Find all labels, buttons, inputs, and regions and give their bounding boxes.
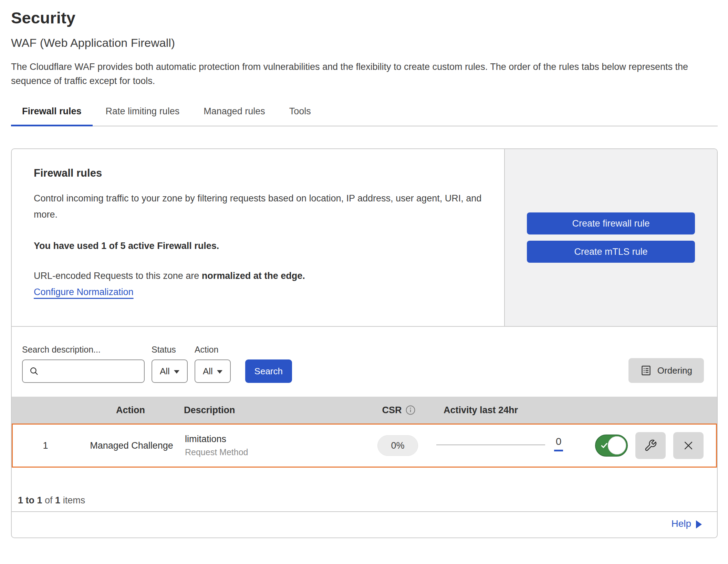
rule-activity-cell: 0 [432,436,570,456]
tab-firewall-rules[interactable]: Firewall rules [11,106,93,126]
info-icon[interactable] [405,405,416,415]
activity-count-underline [554,450,563,451]
items-range: 1 to 1 [18,495,42,505]
search-button[interactable]: Search [245,359,292,383]
column-header-csr: CSR [364,405,433,416]
waf-page: Security WAF (Web Application Firewall) … [0,0,728,538]
action-field-label: Action [195,345,231,355]
action-dropdown-value: All [203,366,213,377]
chevron-down-icon [217,370,222,374]
close-icon [683,440,694,451]
create-mtls-rule-button[interactable]: Create mTLS rule [527,241,695,263]
search-field-group: Search description... [22,345,145,383]
rule-expression: Request Method [185,447,363,457]
delete-rule-button[interactable] [673,432,704,459]
filter-toolbar: Search description... Status All [12,326,717,397]
tab-tools[interactable]: Tools [278,106,322,126]
activity-sparkline [436,445,545,445]
tab-managed-rules[interactable]: Managed rules [193,106,276,126]
action-field-group: Action All [195,345,231,383]
help-link[interactable]: Help [671,518,691,529]
arrow-right-icon [696,520,702,529]
create-firewall-rule-button[interactable]: Create firewall rule [527,212,695,234]
rule-description-cell: limitations Request Method [185,434,363,457]
rule-csr-cell: 0% [363,435,432,456]
normalization-bold: normalized at the edge. [202,271,305,281]
card-intro-section: Firewall rules Control incoming traffic … [12,149,717,326]
rule-controls [570,432,716,459]
rule-description: limitations [185,434,363,445]
intro-text-block: Firewall rules Control incoming traffic … [12,149,504,326]
column-header-description: Description [184,405,364,416]
section-description: Control incoming traffic to your zone by… [34,190,482,223]
column-header-action: Action [77,405,184,416]
csr-header-label: CSR [382,405,402,416]
csr-badge: 0% [377,435,418,456]
search-input[interactable] [43,360,158,382]
firewall-rules-card: Firewall rules Control incoming traffic … [11,148,718,538]
toggle-knob [608,436,626,455]
table-header-row: Action Description CSR Activity last 24h… [12,397,717,424]
normalization-prefix: URL-encoded Requests to this zone are [34,271,202,281]
pagination-summary: 1 to 1 of 1 items [12,468,717,511]
activity-count: 0 [556,436,562,447]
action-dropdown[interactable]: All [195,359,231,383]
waf-tabs: Firewall rules Rate limiting rules Manag… [11,106,718,126]
check-icon [601,442,608,449]
usage-summary: You have used 1 of 5 active Firewall rul… [34,241,482,251]
status-field-label: Status [152,345,188,355]
items-word: items [63,495,85,505]
firewall-rule-row[interactable]: 1 Managed Challenge limitations Request … [12,424,717,468]
section-heading: Firewall rules [34,167,482,179]
page-description: The Cloudflare WAF provides both automat… [11,60,710,88]
chevron-down-icon [174,370,179,374]
page-title: Security [11,8,718,27]
column-header-activity: Activity last 24hr [433,405,571,416]
status-dropdown[interactable]: All [152,359,188,383]
rule-enabled-toggle[interactable] [595,435,628,457]
search-field-label: Search description... [22,345,145,355]
activity-count-link[interactable]: 0 [554,436,563,451]
normalization-note: URL-encoded Requests to this zone are no… [34,271,482,281]
rule-action: Managed Challenge [78,440,185,451]
actions-side-panel: Create firewall rule Create mTLS rule [504,149,717,326]
ordering-button[interactable]: Ordering [628,358,704,383]
edit-rule-button[interactable] [635,432,666,459]
status-dropdown-value: All [160,366,170,377]
tab-rate-limiting-rules[interactable]: Rate limiting rules [95,106,191,126]
help-footer: Help [12,511,717,537]
page-subtitle: WAF (Web Application Firewall) [11,36,718,50]
rule-priority: 1 [13,440,78,451]
search-icon [29,366,39,376]
wrench-icon [644,439,657,452]
status-field-group: Status All [152,345,188,383]
configure-normalization-link[interactable]: Configure Normalization [34,287,134,297]
items-total: 1 [55,495,60,505]
search-box[interactable] [22,359,145,383]
of-word: of [45,495,53,505]
ordering-button-label: Ordering [657,365,692,376]
list-icon [640,365,652,376]
